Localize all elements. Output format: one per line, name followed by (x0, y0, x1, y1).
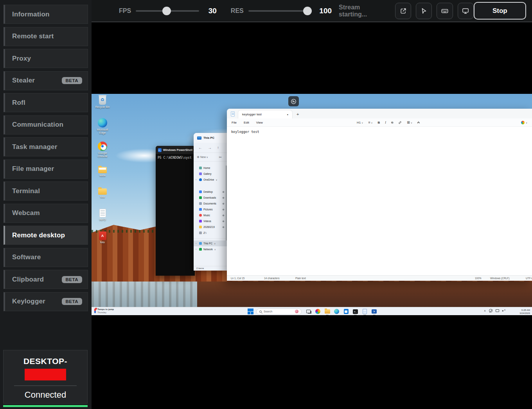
res-slider-thumb[interactable] (303, 7, 312, 15)
chevron-down-icon (361, 121, 363, 124)
remote-cursor-button[interactable] (416, 3, 432, 19)
stream-overlay-widget[interactable] (288, 96, 299, 106)
fps-slider[interactable] (136, 7, 199, 15)
link-button[interactable] (398, 121, 402, 124)
desktop-icon-folder[interactable]: katla (94, 165, 111, 177)
list-dropdown[interactable] (368, 120, 372, 124)
sidebar-item-label: Task manager (12, 143, 57, 151)
sidebar-item-rofl[interactable]: Rofl (4, 93, 88, 112)
explorer-nav-documents[interactable]: Documents (194, 201, 227, 206)
cut-icon[interactable] (219, 155, 222, 159)
explorer-nav-videos[interactable]: Videos (194, 218, 227, 224)
remote-display-button[interactable] (458, 3, 474, 19)
explorer-tree-this-pc[interactable]: This PC (194, 240, 227, 246)
notepad-tab[interactable]: keylogger test (238, 110, 293, 118)
menu-edit[interactable]: Edit (244, 121, 249, 124)
terminal-button[interactable]: >_ (352, 308, 359, 315)
notepad-editor[interactable]: keylogger test (227, 127, 532, 137)
list-icon (368, 120, 370, 124)
desktop-icon-edge[interactable]: Microsoft Edge (94, 118, 111, 135)
strikethrough-button[interactable]: S (391, 121, 393, 124)
explorer-nav-music[interactable]: Music (194, 212, 227, 218)
file-explorer-window[interactable]: This PC ← → ↑ New Home Gallery OneDrive … (194, 133, 227, 271)
open-external-button[interactable] (395, 3, 411, 19)
italic-button[interactable]: I (385, 121, 386, 124)
sidebar-item-communication[interactable]: Communication (4, 115, 88, 135)
task-view-button[interactable] (305, 308, 312, 315)
start-button[interactable] (248, 309, 253, 314)
new-tab-button[interactable] (297, 112, 299, 117)
notepad-button[interactable] (361, 308, 368, 315)
fps-slider-thumb[interactable] (162, 7, 171, 15)
explorer-nav-downloads[interactable]: Downloads (194, 195, 227, 201)
sidebar-item-file-manager[interactable]: File manager (4, 160, 88, 179)
sidebar-item-proxy[interactable]: Proxy (4, 49, 88, 68)
sidebar-item-stealer[interactable]: StealerBETA (4, 71, 88, 90)
table-icon (407, 120, 410, 124)
explorer-nav-dated-folder[interactable]: 20260219 (194, 224, 227, 230)
explorer-titlebar[interactable]: This PC (194, 133, 227, 143)
explorer-tree-network[interactable]: Network (194, 246, 227, 252)
desktop-icon-chrome[interactable]: Google Chrome (94, 142, 111, 158)
sidebar-item-terminal[interactable]: Terminal (4, 181, 88, 201)
explorer-nav-pictures[interactable]: Pictures (194, 206, 227, 212)
sidebar-item-clipboard[interactable]: ClipboardBETA (4, 270, 88, 289)
bold-button[interactable]: B (378, 121, 380, 124)
volume-muted-icon[interactable] (502, 309, 506, 312)
forward-icon[interactable]: → (208, 145, 212, 150)
sidebar-item-software[interactable]: Software (4, 248, 88, 267)
copilot-menu[interactable] (521, 121, 527, 124)
table-dropdown[interactable] (407, 120, 412, 124)
tray-chevron-up-icon[interactable] (484, 309, 486, 312)
zoom-level[interactable]: 100% (475, 277, 482, 280)
back-icon[interactable]: ← (198, 145, 202, 150)
remote-desktop-stream[interactable]: Recycle Bin Microsoft Edge Google Chrome… (92, 94, 532, 315)
explorer-nav-onedrive[interactable]: OneDrive (194, 177, 227, 183)
up-icon[interactable]: ↑ (217, 145, 219, 150)
explorer-nav-z-drive[interactable]: Z:\ (194, 230, 227, 236)
beta-badge: BETA (62, 77, 82, 84)
network-drive-icon (199, 231, 202, 234)
menu-file[interactable]: File (232, 121, 237, 124)
weather-widget[interactable]: Temps to jump Thursday (94, 308, 114, 314)
store-button[interactable] (343, 308, 349, 315)
powershell-titlebar[interactable]: >_ Windows PowerShell (156, 146, 195, 154)
desktop-icon-folder[interactable]: foto (94, 187, 111, 199)
powershell-button[interactable]: > (371, 308, 377, 315)
res-slider[interactable] (248, 7, 312, 15)
sidebar-item-remote-desktop[interactable]: Remote desktop (4, 226, 88, 245)
sidebar-item-keylogger[interactable]: KeyloggerBETA (4, 292, 88, 311)
powershell-icon: >_ (158, 148, 162, 152)
powershell-output[interactable]: PS C:\WINDOWS\syst (156, 154, 195, 161)
file-explorer-button[interactable] (324, 308, 331, 315)
sidebar-item-task-manager[interactable]: Task manager (4, 137, 88, 156)
app-window: Information Remote start Proxy StealerBE… (0, 0, 532, 409)
fps-value: 30 (208, 7, 217, 15)
sidebar-item-label: File manager (12, 165, 54, 173)
display-icon[interactable] (496, 309, 499, 312)
taskbar-clock[interactable]: 6:28 AM 3/24/2026 (519, 309, 530, 315)
photos-button[interactable] (315, 308, 321, 315)
clear-format-button[interactable] (417, 120, 420, 124)
explorer-nav-desktop[interactable]: Desktop (194, 189, 227, 195)
network-disconnected-icon[interactable] (489, 309, 492, 312)
desktop-icon-info-doc[interactable]: INFO (94, 209, 111, 221)
explorer-nav-gallery[interactable]: Gallery (194, 171, 227, 177)
powershell-window[interactable]: >_ Windows PowerShell PS C:\WINDOWS\syst (156, 146, 195, 276)
sidebar-item-webcam[interactable]: Webcam (4, 204, 88, 223)
new-button[interactable]: New (197, 155, 208, 159)
notepad-window[interactable]: keylogger test File Edit View H1 B I S (227, 109, 532, 281)
chevron-down-icon (371, 121, 373, 124)
stop-stream-button[interactable]: Stop (474, 2, 526, 20)
sidebar-item-information[interactable]: Information (4, 5, 88, 24)
explorer-nav-home[interactable]: Home (194, 165, 227, 171)
heading-dropdown[interactable]: H1 (357, 121, 363, 124)
taskbar-search[interactable]: Search (256, 309, 302, 315)
edge-button[interactable] (333, 308, 340, 315)
desktop-icon-pdf[interactable]: A foto (94, 231, 111, 244)
sidebar-item-remote-start[interactable]: Remote start (4, 27, 88, 46)
remote-keyboard-button[interactable] (437, 3, 453, 19)
menu-view[interactable]: View (256, 121, 263, 124)
notepad-icon (363, 309, 367, 314)
desktop-icon-recycle-bin[interactable]: Recycle Bin (94, 96, 111, 109)
